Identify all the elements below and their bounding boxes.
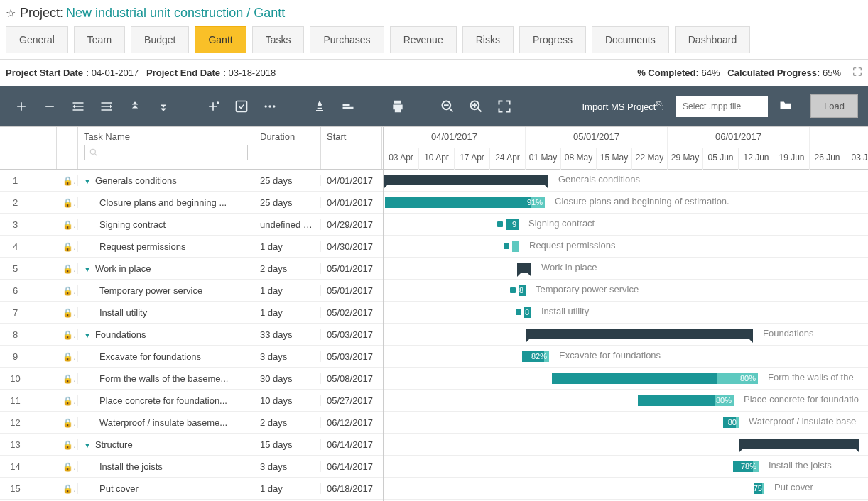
timeline-row[interactable]: 78%Install the joists	[384, 456, 868, 478]
lock-icon[interactable]: 🔒	[57, 175, 78, 186]
start-cell[interactable]: 04/01/2017	[321, 175, 382, 186]
expand-caret-icon[interactable]: ▼	[84, 441, 91, 449]
task-row[interactable]: 13🔒▼Structure15 days06/14/2017	[0, 434, 383, 456]
task-row[interactable]: 8🔒▼Foundations33 days05/03/2017	[0, 324, 383, 346]
timeline-row[interactable]: Work in place	[384, 258, 868, 280]
start-cell[interactable]: 05/02/2017	[321, 307, 382, 318]
zoom-out-icon[interactable]	[436, 97, 459, 116]
more-icon[interactable]	[259, 97, 281, 116]
summary-bar[interactable]	[384, 175, 548, 185]
timeline-row[interactable]: 80%Place concrete for foundatio	[384, 390, 868, 412]
lock-icon[interactable]: 🔒	[57, 263, 78, 274]
lock-icon[interactable]: 🔒	[57, 373, 78, 384]
tab-risks[interactable]: Risks	[462, 26, 514, 53]
timeline-row[interactable]: 8Temporary power service	[384, 280, 868, 302]
tab-dashboard[interactable]: Dashboard	[675, 26, 751, 53]
link-handle-icon[interactable]	[510, 287, 516, 293]
lock-icon[interactable]: 🔒	[57, 329, 78, 340]
tab-progress[interactable]: Progress	[519, 26, 586, 53]
duration-cell[interactable]: 1 day	[254, 483, 321, 494]
task-name-cell[interactable]: Closure plans and beginning ...	[78, 197, 254, 208]
task-name-cell[interactable]: Signing contract	[78, 219, 254, 230]
task-row[interactable]: 6🔒Temporary power service1 day05/01/2017	[0, 280, 383, 302]
duration-cell[interactable]: 2 days	[254, 417, 321, 428]
link-handle-icon[interactable]	[516, 309, 521, 315]
start-cell[interactable]: 05/08/2017	[321, 373, 382, 384]
expand-caret-icon[interactable]: ▼	[84, 331, 91, 339]
task-row[interactable]: 11🔒Place concrete for foundation...10 da…	[0, 390, 383, 412]
duration-cell[interactable]: 1 day	[254, 285, 321, 296]
zoom-in-icon[interactable]	[465, 97, 487, 116]
duration-cell[interactable]: 10 days	[254, 395, 321, 406]
task-row[interactable]: 5🔒▼Work in place2 days05/01/2017	[0, 258, 383, 280]
tab-tasks[interactable]: Tasks	[252, 26, 305, 53]
timeline-row[interactable]: Stru	[384, 434, 868, 456]
duration-cell[interactable]: 1 day	[254, 307, 321, 318]
link-handle-icon[interactable]	[497, 221, 503, 227]
timeline-panel[interactable]: 04/01/201705/01/201706/01/2017 03 Apr10 …	[384, 127, 868, 501]
tab-gantt[interactable]: Gantt	[195, 26, 246, 53]
task-name-cell[interactable]: Put cover	[78, 483, 254, 494]
task-bar[interactable]: 82%	[522, 351, 549, 362]
task-bar[interactable]: 80%	[638, 395, 734, 406]
task-row[interactable]: 7🔒Install utility1 day05/02/2017	[0, 302, 383, 324]
start-cell[interactable]: 05/03/2017	[321, 351, 382, 362]
lock-icon[interactable]: 🔒	[57, 285, 78, 296]
highlight-icon[interactable]	[308, 97, 331, 116]
start-cell[interactable]: 06/14/2017	[321, 461, 382, 472]
timeline-row[interactable]: 75Put cover	[384, 478, 868, 500]
task-row[interactable]: 1🔒▼Generals conditions25 days04/01/2017	[0, 170, 383, 192]
tab-team[interactable]: Team	[74, 26, 125, 53]
task-bar[interactable]: 80%	[552, 373, 758, 384]
start-cell[interactable]: 06/18/2017	[321, 483, 382, 494]
duration-cell[interactable]: 30 days	[254, 373, 321, 384]
duration-cell[interactable]: 25 days	[254, 175, 321, 186]
timeline-row[interactable]: 8Install utility	[384, 302, 868, 324]
baseline-icon[interactable]	[337, 97, 359, 116]
collapse-all-icon[interactable]	[124, 97, 146, 116]
start-cell[interactable]: 05/03/2017	[321, 329, 382, 340]
task-name-cell[interactable]: Install the joists	[78, 461, 254, 472]
task-name-cell[interactable]: Place concrete for foundation...	[78, 395, 254, 406]
zoom-fit-icon[interactable]	[493, 97, 516, 116]
start-cell[interactable]: 04/29/2017	[321, 219, 382, 230]
timeline-row[interactable]: 80Waterproof / insulate base	[384, 412, 868, 434]
expand-caret-icon[interactable]: ▼	[84, 177, 91, 185]
task-bar[interactable]: 8	[524, 307, 531, 318]
lock-icon[interactable]: 🔒	[57, 461, 78, 472]
task-row[interactable]: 3🔒Signing contractundefined d...04/29/20…	[0, 214, 383, 236]
tab-general[interactable]: General	[6, 26, 68, 53]
file-input[interactable]	[676, 96, 768, 117]
lock-icon[interactable]: 🔒	[57, 197, 78, 208]
start-cell[interactable]: 04/30/2017	[321, 241, 382, 252]
duration-cell[interactable]: 3 days	[254, 461, 321, 472]
task-bar[interactable]: 9	[506, 219, 519, 230]
duration-cell[interactable]: undefined d...	[254, 219, 321, 230]
duration-cell[interactable]: 33 days	[254, 329, 321, 340]
summary-bar[interactable]	[517, 263, 531, 273]
task-search-input[interactable]	[84, 145, 248, 160]
lock-icon[interactable]: 🔒	[57, 439, 78, 450]
task-name-cell[interactable]: Install utility	[78, 307, 254, 318]
expand-caret-icon[interactable]: ▼	[84, 265, 91, 273]
task-name-cell[interactable]: ▼Generals conditions	[78, 175, 254, 186]
lock-icon[interactable]: 🔒	[57, 219, 78, 230]
lock-icon[interactable]: 🔒	[57, 241, 78, 252]
start-cell[interactable]: 04/01/2017	[321, 197, 382, 208]
duration-cell[interactable]: 3 days	[254, 351, 321, 362]
task-name-cell[interactable]: Temporary power service	[78, 285, 254, 296]
task-bar[interactable]: 8	[519, 285, 526, 296]
task-row[interactable]: 15🔒Put cover1 day06/18/2017	[0, 478, 383, 500]
task-row[interactable]: 9🔒Excavate for foundations3 days05/03/20…	[0, 346, 383, 368]
checklist-icon[interactable]	[230, 97, 253, 116]
add-task-icon[interactable]	[10, 97, 33, 116]
start-cell[interactable]: 06/12/2017	[321, 417, 382, 428]
timeline-row[interactable]: 82%Excavate for foundations	[384, 346, 868, 368]
task-name-cell[interactable]: Waterproof / insulate baseme...	[78, 417, 254, 428]
duration-cell[interactable]: 25 days	[254, 197, 321, 208]
print-icon[interactable]	[386, 97, 409, 116]
remove-task-icon[interactable]	[38, 97, 61, 116]
task-row[interactable]: 10🔒Form the walls of the baseme...30 day…	[0, 368, 383, 390]
start-cell[interactable]: 05/01/2017	[321, 263, 382, 274]
task-row[interactable]: 4🔒Request permissions1 day04/30/2017	[0, 236, 383, 258]
